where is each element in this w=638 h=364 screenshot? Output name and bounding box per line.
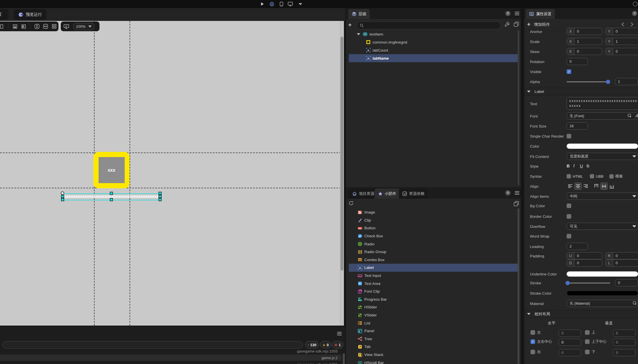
tab-resource-deps[interactable]: 资源依赖 [399, 189, 428, 199]
asset-picker-icon[interactable] [628, 114, 632, 119]
selection-pivot-handle[interactable] [61, 191, 64, 195]
layout-value-下[interactable]: 0 [613, 349, 635, 356]
globe-icon[interactable] [269, 1, 275, 7]
valign-middle-icon[interactable] [600, 183, 608, 190]
checkbox-visible[interactable]: ✓ [567, 69, 571, 74]
console-line[interactable]: gavegame-sdk.mjs:1355 [0, 361, 342, 364]
font-preview-icon[interactable]: A [635, 113, 638, 118]
input-font-size[interactable]: 16 [567, 122, 588, 130]
slider-value-alpha[interactable]: 1 [615, 78, 638, 85]
slider-value-stroke[interactable]: 0 [615, 279, 638, 286]
select-align-items[interactable]: 中间 [567, 193, 638, 200]
style-button-i[interactable]: I [573, 163, 580, 168]
tree-item-common-imglinegrid[interactable]: common.imglinegrid [349, 38, 518, 46]
hierarchy-scrollbar-thumb[interactable] [518, 30, 519, 185]
layout-option-下[interactable]: 下 [585, 349, 595, 355]
device-caret-icon[interactable] [298, 1, 303, 7]
field-padding-2-d[interactable]: D0 [567, 259, 602, 267]
layout-option-左右中心[interactable]: ✓左右中心 [531, 339, 552, 344]
checkbox-左[interactable] [531, 330, 535, 335]
hierarchy-scrollbar[interactable] [518, 30, 519, 185]
widgets-scrollbar[interactable] [518, 208, 519, 364]
color-swatch-color[interactable] [567, 144, 638, 149]
field-skew-x[interactable]: X0 [567, 48, 602, 55]
widget-item-vslider[interactable]: VSlider [349, 311, 518, 319]
layout-value-右[interactable]: 0 [559, 349, 581, 356]
widget-item-list[interactable]: List [349, 319, 518, 327]
play-icon[interactable] [259, 1, 265, 7]
properties-help-icon[interactable]: ? [632, 11, 637, 16]
valign-bottom-icon[interactable] [608, 183, 615, 190]
next-component-icon[interactable] [630, 22, 634, 27]
monitor-icon[interactable] [287, 1, 293, 7]
log-count-badge[interactable]: 130 [305, 341, 319, 349]
layout-left-icon[interactable] [19, 22, 28, 31]
checkbox-word-wrap[interactable] [567, 234, 571, 238]
input-rotation[interactable]: 0 [567, 58, 588, 65]
layout-option-上下中心[interactable]: 上下中心 [585, 339, 606, 344]
checkbox-模板[interactable]: 模板 [609, 174, 623, 179]
slider-stroke[interactable] [567, 283, 610, 283]
field-padding-2-l[interactable]: L0 [605, 259, 638, 267]
widget-item-hscroll-bar[interactable]: HScroll Bar [349, 359, 518, 364]
hierarchy-help-icon[interactable]: ? [505, 11, 510, 16]
warning-count-badge[interactable]: 0 [320, 341, 331, 349]
widget-item-tree[interactable]: Tree [349, 335, 518, 343]
widget-item-text-input[interactable]: abcText Input [349, 272, 518, 280]
layout-value-左[interactable]: 0 [559, 330, 581, 337]
hierarchy-duplicate-icon[interactable] [514, 21, 519, 28]
widget-item-font-clip[interactable]: Font Clip [349, 287, 518, 295]
tab-partial[interactable]: 置 [0, 9, 9, 20]
error-count-badge[interactable]: 1 [332, 341, 343, 349]
phone-icon[interactable] [279, 1, 284, 7]
section-label[interactable]: Label [524, 88, 638, 95]
dock-partial-icon[interactable] [0, 22, 6, 31]
selection-resize-handle[interactable] [110, 198, 113, 201]
checkbox-上下中心[interactable] [585, 339, 590, 344]
align-left-icon[interactable] [567, 183, 574, 190]
canvas-scrollbar[interactable] [340, 21, 344, 326]
checkbox-html[interactable]: HTML [567, 174, 583, 179]
refresh-icon[interactable] [348, 200, 354, 207]
hierarchy-tools-icon[interactable] [504, 21, 510, 28]
hierarchy-add-button[interactable]: + [348, 22, 352, 28]
selection-resize-handle[interactable] [110, 192, 113, 195]
valign-top-icon[interactable] [593, 183, 600, 190]
widget-item-panel[interactable]: Panel [349, 327, 518, 335]
zoom-select[interactable]: 100% [73, 23, 94, 30]
prev-component-icon[interactable] [621, 22, 625, 27]
field-anchor-x[interactable]: X0 [567, 28, 602, 35]
checkbox-下[interactable] [585, 350, 590, 354]
tab-project-assets[interactable]: 项目资源 [349, 189, 378, 199]
style-button-s[interactable]: S [586, 163, 593, 168]
widget-item-button[interactable]: BtnButton [349, 224, 518, 232]
widget-item-combo-box[interactable]: Combo Box [349, 256, 518, 264]
checkbox-左右中心[interactable]: ✓ [531, 339, 535, 344]
expander-icon[interactable] [357, 33, 360, 35]
align-right-icon[interactable] [582, 183, 589, 190]
field-scale-y[interactable]: Y1 [605, 38, 638, 45]
selection-resize-handle[interactable] [158, 198, 162, 201]
status-circle-icon[interactable] [632, 1, 638, 7]
assets-menu-icon[interactable] [515, 191, 519, 195]
add-component-plus-icon[interactable]: + [527, 21, 531, 27]
selection-resize-handle[interactable] [158, 192, 162, 195]
checkbox-ubb[interactable]: UBB [590, 174, 604, 179]
checkbox-border-color[interactable] [567, 214, 571, 219]
checkbox-上[interactable] [585, 330, 590, 335]
widget-item-label[interactable]: ALabel [349, 264, 518, 272]
tab-properties[interactable]: 属性设置 [526, 9, 555, 19]
checkbox-bg-color[interactable] [567, 203, 571, 208]
fit-width-icon[interactable] [41, 22, 50, 31]
widgets-scrollbar-thumb[interactable] [518, 208, 519, 364]
widget-item-radio[interactable]: Radio [349, 240, 518, 248]
widget-item-hslider[interactable]: HSlider [349, 303, 518, 311]
console-line[interactable]: gavegame-sdk.mjs:1555 [0, 348, 342, 354]
color-swatch-underline-color[interactable] [567, 271, 638, 277]
layout-option-上[interactable]: 上 [585, 330, 595, 335]
grid-arrange-icon[interactable] [50, 22, 58, 31]
selection-resize-handle[interactable] [61, 198, 64, 201]
widget-item-tab[interactable]: Tab [349, 343, 518, 351]
preview-screen-icon[interactable] [62, 22, 71, 31]
checkbox-box[interactable] [567, 174, 571, 179]
